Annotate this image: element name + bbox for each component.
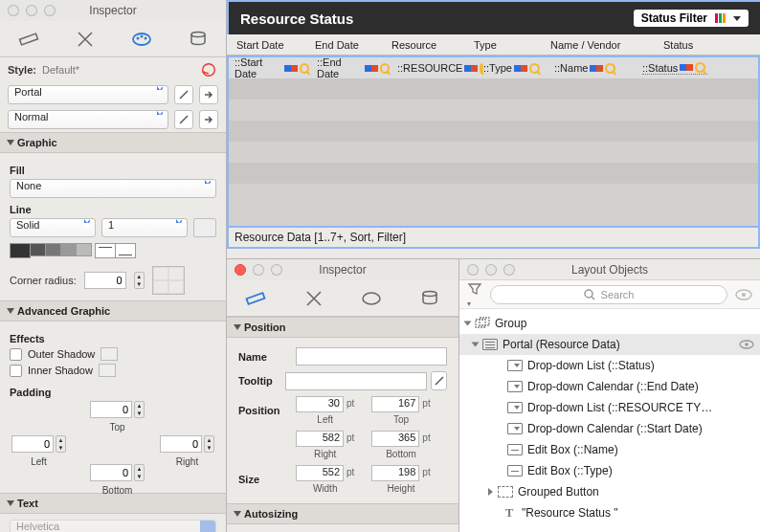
disclosure-triangle-icon: [234, 324, 241, 330]
svg-rect-6: [247, 293, 265, 304]
tree-row-item[interactable]: Drop-down List (::Status): [459, 355, 760, 376]
field-resource[interactable]: ::RESOURCE: [397, 62, 476, 74]
tree-row-portal[interactable]: Portal (Resource Data): [459, 334, 760, 355]
style-arrow-button-2[interactable]: [199, 110, 218, 129]
minimize-dot-icon[interactable]: [485, 264, 497, 276]
disclosure-triangle-icon[interactable]: [464, 321, 472, 326]
data-tab-icon[interactable]: [183, 26, 213, 53]
appearance-tab-icon[interactable]: [356, 285, 387, 312]
close-dot-icon[interactable]: [8, 5, 19, 16]
line-style-seg[interactable]: [60, 243, 77, 256]
tree-row-item[interactable]: Edit Box (::Name): [459, 439, 760, 460]
pad-bottom-stepper[interactable]: ▲▼: [134, 464, 145, 481]
tree-row-item[interactable]: Drop-down Calendar (::End Date): [459, 376, 760, 397]
size-width-input[interactable]: 552: [296, 465, 344, 481]
section-autosizing[interactable]: Autosizing: [227, 503, 458, 524]
corner-radius-stepper[interactable]: ▲▼: [134, 272, 145, 289]
mid-inspector-title: Inspector: [319, 263, 366, 277]
left-inspector-panel: Inspector Style: Default* Portal Normal …: [0, 0, 227, 532]
object-name-input[interactable]: [296, 347, 447, 366]
fill-select[interactable]: None: [10, 179, 216, 198]
style-edit-button-1[interactable]: [174, 85, 193, 104]
corner-selector[interactable]: [152, 266, 185, 295]
magnifier-icon: [300, 63, 309, 74]
minimize-dot-icon[interactable]: [26, 5, 37, 16]
tree-row-item[interactable]: Drop-down Calendar (::Start Date): [459, 418, 760, 439]
style-revert-icon[interactable]: [202, 63, 215, 77]
search-input[interactable]: Search: [490, 285, 727, 304]
disclosure-triangle-icon[interactable]: [472, 343, 480, 347]
pos-bottom-input[interactable]: 365: [371, 431, 419, 447]
section-text[interactable]: Text: [0, 493, 226, 514]
pad-bottom-input[interactable]: [90, 464, 132, 481]
field-start-date[interactable]: ::Start Date: [235, 56, 309, 79]
disclosure-triangle-icon[interactable]: [488, 488, 493, 496]
field-type[interactable]: ::Type: [483, 62, 547, 74]
minimize-dot-icon[interactable]: [253, 264, 264, 276]
outer-shadow-preview[interactable]: [101, 347, 118, 361]
pad-left-stepper[interactable]: ▲▼: [56, 435, 66, 453]
field-name[interactable]: ::Name: [554, 62, 635, 74]
tree-row-grouped-button[interactable]: Grouped Button: [459, 481, 760, 502]
filter-funnel-icon[interactable]: ▾: [467, 281, 482, 308]
pad-right-input[interactable]: [160, 435, 202, 453]
zoom-dot-icon[interactable]: [44, 5, 56, 16]
tree-row-item[interactable]: Edit Box (::Type): [459, 460, 760, 481]
style-state-select[interactable]: Normal: [8, 110, 168, 129]
close-dot-icon[interactable]: [235, 264, 246, 276]
size-height-input[interactable]: 198: [371, 465, 419, 481]
line-style-all[interactable]: [10, 243, 31, 258]
line-width-select[interactable]: 1: [101, 218, 188, 237]
col-start: Start Date: [236, 39, 315, 51]
pos-left-input[interactable]: 30: [296, 396, 344, 412]
close-dot-icon[interactable]: [467, 264, 479, 276]
line-style-top[interactable]: [95, 243, 116, 258]
field-end-date[interactable]: ::End Date: [317, 56, 390, 79]
zoom-dot-icon[interactable]: [503, 264, 515, 276]
line-type-select[interactable]: Solid: [10, 218, 96, 237]
pad-top-input[interactable]: [90, 401, 132, 418]
section-graphic[interactable]: Graphic: [0, 132, 226, 153]
line-style-seg[interactable]: [30, 243, 46, 256]
tree-row-group[interactable]: Group: [459, 313, 760, 334]
font-select[interactable]: Helvetica: [10, 520, 216, 532]
appearance-tab-icon[interactable]: [126, 26, 157, 53]
eye-icon[interactable]: [739, 339, 754, 350]
style-arrow-button-1[interactable]: [199, 85, 218, 104]
pad-left-input[interactable]: [11, 435, 54, 453]
line-style-seg[interactable]: [45, 243, 61, 256]
pos-right-input[interactable]: 582: [296, 431, 344, 447]
tree-row-text[interactable]: T"Resource Status ": [459, 502, 760, 523]
tools-tab-icon[interactable]: [299, 285, 329, 312]
field-status[interactable]: ::Status: [642, 62, 707, 75]
magnifier-icon: [695, 62, 705, 73]
pad-top-stepper[interactable]: ▲▼: [134, 401, 145, 418]
ruler-tab-icon[interactable]: [13, 26, 44, 53]
inner-shadow-preview[interactable]: [99, 364, 116, 377]
style-theme-select[interactable]: Portal: [8, 85, 168, 104]
data-tab-icon[interactable]: [414, 285, 445, 312]
status-filter-button[interactable]: Status Filter: [634, 10, 749, 27]
line-color-swatch[interactable]: [193, 218, 216, 237]
visibility-toggle-icon[interactable]: [735, 288, 752, 301]
pos-top-input[interactable]: 167: [371, 396, 419, 412]
pad-right-stepper[interactable]: ▲▼: [204, 435, 214, 453]
line-style-seg[interactable]: [76, 243, 92, 256]
tools-tab-icon[interactable]: [70, 26, 101, 53]
zoom-dot-icon[interactable]: [271, 264, 282, 276]
tree-row-item[interactable]: Drop-down List (::RESOURCE TY…: [459, 397, 760, 418]
inspector-tab-row: [0, 21, 226, 57]
style-edit-button-2[interactable]: [174, 110, 193, 129]
tooltip-edit-button[interactable]: [431, 371, 447, 390]
svg-point-7: [363, 293, 380, 304]
line-style-bottom[interactable]: [115, 243, 136, 258]
section-position[interactable]: Position: [227, 317, 458, 338]
corner-radius-input[interactable]: [84, 272, 126, 289]
inner-shadow-checkbox[interactable]: [10, 365, 22, 377]
ruler-tab-icon[interactable]: [240, 285, 271, 312]
section-advanced-graphic[interactable]: Advanced Graphic: [0, 300, 226, 321]
tooltip-input[interactable]: [285, 372, 427, 390]
outer-shadow-checkbox[interactable]: [10, 348, 22, 361]
portal-body[interactable]: ::Start Date ::End Date ::RESOURCE ::Typ…: [227, 55, 760, 228]
svg-point-15: [745, 343, 749, 346]
